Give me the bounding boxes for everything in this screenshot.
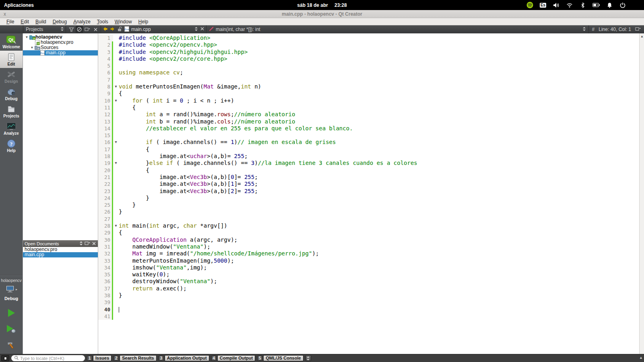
code-line-26[interactable]: 26}	[98, 208, 639, 215]
code-editor[interactable]: 1#include <QCoreApplication>2#include <o…	[98, 33, 639, 354]
code-line-18[interactable]: 18 image.at<uchar>(a,b)= 255;	[98, 153, 639, 160]
go-back-icon[interactable]	[103, 27, 108, 33]
navigation-pane-selector[interactable]: Projects	[23, 25, 66, 33]
code-line-5[interactable]: 5	[98, 62, 639, 69]
code-line-23[interactable]: 23 image.at<Vec3b>(a,b)[2]= 255;	[98, 188, 639, 195]
power-icon[interactable]	[619, 2, 626, 9]
close-pane-icon[interactable]	[92, 26, 99, 33]
locator-input[interactable]: Type to locate (Ctrl+K)	[11, 355, 85, 361]
desktop-clock[interactable]: sáb 18 de abr 23:28	[297, 2, 347, 8]
code-line-39[interactable]: 39	[98, 299, 639, 306]
menu-window[interactable]: Window	[111, 18, 135, 25]
code-line-7[interactable]: 7	[98, 76, 639, 83]
pane-label[interactable]: Application Output	[165, 355, 209, 361]
code-line-41[interactable]: 41	[98, 313, 639, 320]
mode-projects[interactable]: Projects	[0, 103, 23, 120]
build-button[interactable]	[7, 341, 16, 350]
code-line-31[interactable]: 31 namedWindow("Ventana");	[98, 243, 639, 250]
menu-debug[interactable]: Debug	[50, 18, 70, 25]
code-line-37[interactable]: 37 return a.exec();	[98, 285, 639, 292]
code-line-35[interactable]: 35 waitKey(0);	[98, 271, 639, 278]
code-line-36[interactable]: 36 destroyWindow("Ventana");	[98, 278, 639, 285]
code-line-1[interactable]: 1#include <QCoreApplication>	[98, 35, 639, 41]
code-line-25[interactable]: 25 }	[98, 202, 639, 208]
code-line-38[interactable]: 38}	[98, 292, 639, 299]
symbol-selector[interactable]: main(int, char *[]): int	[206, 25, 589, 33]
code-line-14[interactable]: 14 //establecer el valor en 255 es para …	[98, 125, 639, 132]
code-line-28[interactable]: 28▼int main(int argc, char *argv[])	[98, 222, 639, 229]
mode-debug[interactable]: Debug	[0, 85, 23, 103]
menu-file[interactable]: File	[3, 18, 17, 25]
mode-welcome[interactable]: QtWelcome	[0, 33, 23, 51]
code-line-27[interactable]: 27	[98, 216, 639, 222]
code-line-30[interactable]: 30 QCoreApplication a(argc, argv);	[98, 237, 639, 243]
split-icon[interactable]	[84, 26, 91, 33]
code-line-13[interactable]: 13 int b = rand()%image.cols;//número al…	[98, 118, 639, 125]
start-debugging-button[interactable]	[7, 325, 16, 333]
pane-number[interactable]: 3	[159, 356, 164, 361]
code-line-12[interactable]: 12 int a = rand()%image.rows;//número al…	[98, 111, 639, 118]
open-file-name[interactable]: main.cpp	[131, 27, 192, 32]
notifications-bell-icon[interactable]	[606, 2, 613, 9]
tree-expander-icon[interactable]: ▼	[25, 35, 29, 40]
kit-selector[interactable]: ▸	[5, 285, 17, 294]
code-line-33[interactable]: 33 meterPuntosEnImagen(img,5000);	[98, 257, 639, 264]
mode-analyze[interactable]: Analyze	[0, 120, 23, 137]
close-pane-icon[interactable]	[92, 241, 96, 247]
pane-label[interactable]: Search Results	[120, 355, 156, 361]
line-number-toggle[interactable]: #	[592, 27, 595, 32]
go-forward-icon[interactable]	[110, 27, 115, 33]
code-line-8[interactable]: 8▼void meterPuntosEnImagen(Mat &image,in…	[98, 83, 639, 90]
pane-number[interactable]: 4	[211, 356, 217, 361]
code-line-17[interactable]: 17 {	[98, 146, 639, 153]
code-line-16[interactable]: 16▼ if ( image.channels() == 1)// imagen…	[98, 139, 639, 146]
chevron-updown-icon[interactable]	[194, 27, 198, 33]
window-close-button[interactable]: x	[4, 10, 6, 18]
fold-marker-icon[interactable]: ▼	[113, 97, 119, 104]
code-line-29[interactable]: 29{	[98, 229, 639, 236]
code-line-9[interactable]: 9{	[98, 90, 639, 97]
mode-edit[interactable]: Edit	[0, 51, 23, 68]
pane-label[interactable]: Issues	[93, 355, 111, 361]
tree-expander-icon[interactable]: ▼	[30, 45, 34, 50]
fold-marker-icon[interactable]: ▼	[113, 83, 119, 90]
code-line-32[interactable]: 32 Mat img = imread("/home/shellcode/Imá…	[98, 250, 639, 257]
pane-label[interactable]: QML/JS Console	[263, 355, 303, 361]
split-editor-icon[interactable]	[635, 27, 641, 33]
pane-number[interactable]: 2	[114, 356, 119, 361]
sync-with-editor-icon[interactable]	[76, 26, 83, 33]
menu-build[interactable]: Build	[32, 18, 50, 25]
pane-number[interactable]: 1	[87, 356, 92, 361]
filter-icon[interactable]	[68, 26, 75, 33]
code-line-11[interactable]: 11 {	[98, 104, 639, 111]
tree-row-holaopencv-pro[interactable]: Qtholaopencv.pro	[23, 40, 98, 45]
spotify-icon[interactable]	[526, 2, 533, 9]
keyboard-layout-icon[interactable]: Es	[539, 2, 547, 9]
fold-marker-icon[interactable]: ▼	[113, 160, 119, 167]
code-line-10[interactable]: 10▼ for ( int i = 0 ; i < n ; i++)	[98, 97, 639, 104]
code-line-3[interactable]: 3#include <opencv2/highgui/highgui.hpp>	[98, 49, 639, 56]
bluetooth-icon[interactable]	[579, 2, 586, 9]
battery-icon[interactable]	[592, 2, 600, 9]
close-document-icon[interactable]	[200, 27, 204, 32]
code-line-21[interactable]: 21 image.at<Vec3b>(a,b)[0]= 255;	[98, 174, 639, 181]
code-line-24[interactable]: 24 }	[98, 195, 639, 202]
pane-label[interactable]: Compile Output	[217, 355, 256, 361]
fold-marker-icon[interactable]: ▼	[113, 139, 119, 146]
code-line-22[interactable]: 22 image.at<Vec3b>(a,b)[1]= 255;	[98, 181, 639, 187]
open-document-main-cpp[interactable]: main.cpp	[23, 252, 98, 257]
pane-number[interactable]: 5	[257, 356, 262, 361]
split-icon[interactable]	[85, 241, 90, 247]
code-line-15[interactable]: 15	[98, 132, 639, 139]
menu-analyze[interactable]: Analyze	[70, 18, 94, 25]
code-line-34[interactable]: 34 imshow("Ventana",img);	[98, 264, 639, 271]
mode-help[interactable]: ?Help	[0, 137, 23, 154]
menu-help[interactable]: Help	[135, 18, 152, 25]
run-button[interactable]	[8, 309, 15, 317]
wifi-icon[interactable]	[566, 2, 573, 9]
code-line-6[interactable]: 6using namespace cv;	[98, 69, 639, 76]
volume-icon[interactable]	[553, 2, 560, 9]
code-line-20[interactable]: 20 {	[98, 167, 639, 174]
chevron-updown-icon[interactable]	[79, 241, 83, 247]
code-line-19[interactable]: 19▼ }else if ( image.channels() == 3)//l…	[98, 160, 639, 167]
